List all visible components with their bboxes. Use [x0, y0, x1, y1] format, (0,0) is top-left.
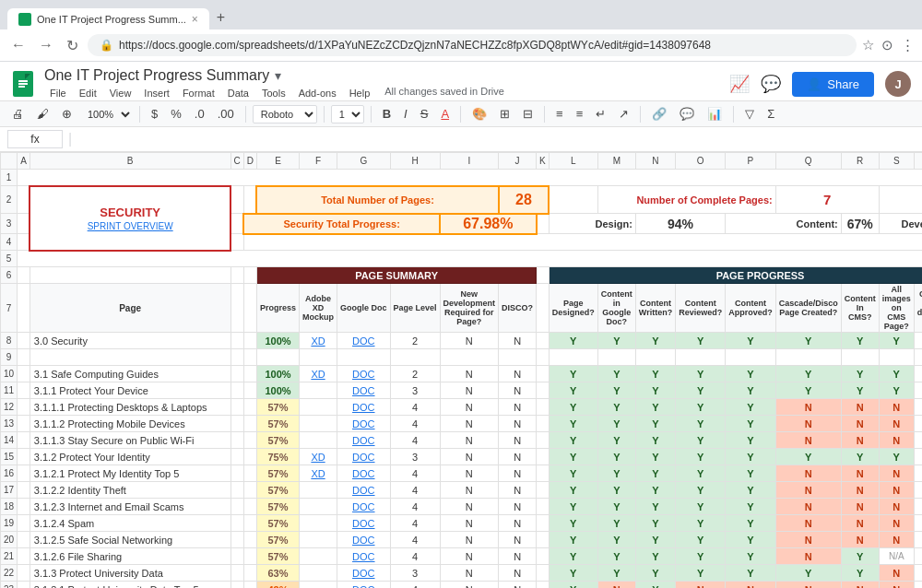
align-left-btn[interactable]: ≡ [551, 104, 568, 123]
font-select[interactable]: Roboto [253, 105, 317, 123]
percent-btn[interactable]: % [166, 104, 186, 123]
comment-toolbar-btn[interactable]: 💬 [675, 104, 699, 123]
menu-format[interactable]: Format [177, 86, 220, 100]
decimal-dec-btn[interactable]: .00 [213, 104, 239, 123]
col-k-header[interactable]: K [537, 153, 550, 170]
chart-icon[interactable]: 📈 [729, 74, 750, 94]
xd-link[interactable]: XD [311, 335, 325, 347]
align-center-btn[interactable]: ≡ [572, 104, 588, 123]
cell-cic: Y [841, 565, 879, 582]
menu-addons[interactable]: Add-ons [293, 86, 342, 100]
currency-btn[interactable]: $ [147, 104, 162, 123]
zoom-select[interactable]: 100% [80, 106, 133, 123]
strikethrough-btn[interactable]: S [416, 104, 433, 123]
doc-link[interactable]: DOC [352, 568, 374, 579]
function-btn[interactable]: Σ [762, 104, 779, 123]
menu-insert[interactable]: Insert [138, 86, 175, 100]
italic-btn[interactable]: I [399, 104, 412, 123]
link-btn[interactable]: 🔗 [647, 104, 671, 123]
doc-link[interactable]: DOC [352, 501, 374, 512]
doc-link[interactable]: DOC [352, 335, 374, 347]
address-bar[interactable]: 🔒 https://docs.google.com/spreadsheets/d… [88, 34, 857, 56]
col-g-header[interactable]: G [337, 153, 391, 170]
active-browser-tab[interactable]: One IT Project Progress Summ... × [7, 8, 209, 29]
back-btn[interactable]: ← [7, 35, 30, 55]
doc-link[interactable]: DOC [352, 418, 374, 429]
sprint-overview-link[interactable]: SPRINT OVERVIEW [33, 221, 227, 231]
xd-link[interactable]: XD [311, 452, 325, 463]
cell-reference[interactable]: fx [7, 130, 63, 148]
doc-link[interactable]: DOC [352, 485, 374, 496]
share-button[interactable]: 👤 Share [792, 72, 874, 97]
col-a-header[interactable]: A [18, 153, 30, 170]
doc-link[interactable]: DOC [352, 452, 374, 463]
col-o-header[interactable]: O [676, 153, 726, 170]
file-options-icon[interactable]: ▾ [275, 68, 281, 83]
new-tab-btn[interactable]: + [211, 6, 230, 29]
bold-btn[interactable]: B [378, 104, 396, 123]
doc-link[interactable]: DOC [352, 584, 374, 589]
doc-link[interactable]: DOC [352, 551, 374, 562]
decimal-btn[interactable]: .0 [190, 104, 209, 123]
profile-icon[interactable]: ⊙ [881, 37, 893, 53]
wrap-btn[interactable]: ↵ [591, 104, 610, 123]
col-j-header[interactable]: J [499, 153, 537, 170]
cell-ai: N/A [879, 548, 914, 565]
chart-toolbar-btn[interactable]: 📊 [703, 104, 727, 123]
col-b-header[interactable]: B [30, 153, 230, 170]
comment-icon[interactable]: 💬 [761, 74, 781, 94]
cell-c [230, 382, 243, 399]
text-color-btn[interactable]: A [436, 104, 454, 123]
formula-input[interactable] [77, 131, 915, 147]
col-e-header[interactable]: E [256, 153, 299, 170]
col-i-header[interactable]: I [440, 153, 499, 170]
doc-link[interactable]: DOC [352, 518, 374, 529]
tab-close-btn[interactable]: × [192, 13, 198, 26]
borders-btn[interactable]: ⊞ [495, 104, 514, 123]
print-btn[interactable]: 🖨 [7, 104, 29, 123]
xd-link[interactable]: XD [311, 468, 325, 479]
menu-data[interactable]: Data [222, 86, 254, 100]
table-row: 153.1.2 Protect Your Identity75%XDDOC3NN… [1, 449, 923, 465]
doc-link[interactable]: DOC [352, 435, 374, 446]
doc-link[interactable]: DOC [352, 535, 374, 546]
bookmark-icon[interactable]: ☆ [862, 37, 874, 53]
menu-tools[interactable]: Tools [256, 86, 291, 100]
cell-doc: DOC [337, 532, 391, 548]
col-h-header[interactable]: H [390, 153, 440, 170]
zoom-btn[interactable]: ⊕ [57, 104, 77, 123]
col-m-header[interactable]: M [597, 153, 635, 170]
cell-cic: N [841, 432, 879, 449]
col-d-header[interactable]: D [243, 153, 256, 170]
doc-link[interactable]: DOC [352, 402, 374, 413]
avatar[interactable]: J [885, 71, 911, 97]
paint-format-btn[interactable]: 🖌 [32, 104, 53, 123]
col-s-header[interactable]: S [879, 153, 914, 170]
fill-color-btn[interactable]: 🎨 [467, 104, 491, 123]
xd-link[interactable]: XD [311, 369, 325, 380]
font-size-select[interactable]: 10 [331, 105, 364, 123]
doc-link[interactable]: DOC [352, 369, 374, 380]
menu-file[interactable]: File [44, 86, 72, 100]
refresh-btn[interactable]: ↻ [63, 35, 82, 56]
rotate-btn[interactable]: ↗ [614, 104, 633, 123]
col-n-header[interactable]: N [635, 153, 675, 170]
settings-icon[interactable]: ⋮ [901, 37, 915, 53]
doc-link[interactable]: DOC [352, 468, 374, 479]
col-q-header[interactable]: Q [775, 153, 841, 170]
sep5 [460, 106, 461, 123]
col-r-header[interactable]: R [841, 153, 879, 170]
file-title[interactable]: One IT Project Progress Summary [44, 67, 269, 84]
col-c-header[interactable]: C [230, 153, 243, 170]
forward-btn[interactable]: → [35, 35, 57, 55]
menu-view[interactable]: View [104, 86, 137, 100]
filter-btn[interactable]: ▽ [740, 104, 759, 123]
menu-edit[interactable]: Edit [74, 86, 102, 100]
doc-link[interactable]: DOC [352, 385, 374, 396]
col-f-header[interactable]: F [300, 153, 337, 170]
merge-btn[interactable]: ⊟ [518, 104, 538, 123]
col-p-header[interactable]: P [726, 153, 776, 170]
col-l-header[interactable]: L [549, 153, 597, 170]
col-t-header[interactable]: T [914, 153, 922, 170]
menu-help[interactable]: Help [344, 86, 376, 100]
